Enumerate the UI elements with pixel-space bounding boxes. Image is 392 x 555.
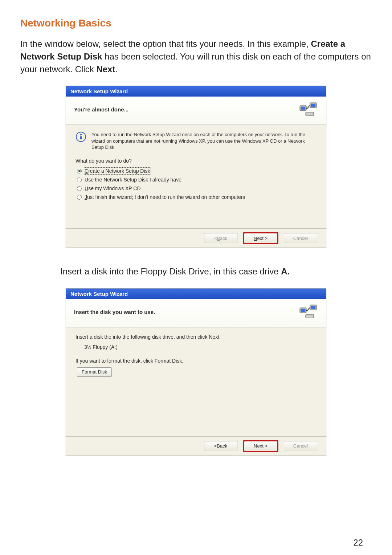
titlebar: Network Setup Wizard bbox=[66, 86, 326, 97]
radio-use-xp-cd[interactable]: Use my Windows XP CD bbox=[77, 185, 317, 191]
network-icon bbox=[299, 101, 318, 118]
wizard-body: Insert a disk the into the following dis… bbox=[66, 327, 326, 436]
wizard-heading: Insert the disk you want to use. bbox=[74, 309, 155, 315]
radio-just-finish[interactable]: Just finish the wizard; I don't need to … bbox=[77, 194, 317, 200]
wizard-almost-done: Network Setup Wizard You're almost done.… bbox=[66, 86, 326, 248]
info-icon bbox=[75, 131, 86, 142]
mid-instruction: Insert a disk into the Floppy Disk Drive… bbox=[60, 265, 372, 278]
svg-rect-9 bbox=[301, 309, 305, 312]
cancel-button[interactable]: Cancel bbox=[284, 233, 317, 243]
wizard-heading: You're almost done... bbox=[74, 106, 128, 113]
intro-paragraph: In the window below, select the option t… bbox=[20, 38, 372, 76]
intro-bold-2: Next bbox=[96, 64, 115, 74]
svg-rect-4 bbox=[306, 112, 314, 116]
radio-label-use-existing: Use the Network Setup Disk I already hav… bbox=[85, 177, 181, 183]
section-title: Networking Basics bbox=[20, 17, 372, 29]
svg-rect-3 bbox=[311, 104, 315, 107]
back-button[interactable]: < Back bbox=[204, 233, 237, 243]
svg-rect-1 bbox=[301, 107, 305, 110]
radio-icon bbox=[77, 186, 82, 191]
drive-name: 3½ Floppy (A:) bbox=[84, 344, 317, 350]
wizard-header: You're almost done... bbox=[66, 97, 326, 125]
insert-instruction: Insert a disk the into the following dis… bbox=[75, 334, 317, 340]
intro-after: . bbox=[115, 64, 118, 74]
format-instruction: If you want to format the disk, click Fo… bbox=[75, 358, 317, 364]
radio-label-just-finish: Just finish the wizard; I don't need to … bbox=[85, 194, 245, 200]
page-number: 22 bbox=[353, 538, 363, 548]
mid-text-before: Insert a disk into the Floppy Disk Drive… bbox=[60, 266, 281, 276]
radio-label-create: Create a Network Setup Disk bbox=[85, 168, 150, 174]
wizard-question: What do you want to do? bbox=[75, 158, 317, 164]
svg-point-6 bbox=[80, 134, 82, 135]
radio-icon bbox=[77, 177, 82, 182]
wizard-footer: < Back Next > Cancel bbox=[66, 228, 326, 248]
next-button[interactable]: Next > bbox=[244, 441, 277, 451]
wizard-insert-disk: Network Setup Wizard Insert the disk you… bbox=[66, 288, 326, 456]
wizard-body: You need to run the Network Setup Wizard… bbox=[66, 125, 326, 228]
svg-rect-11 bbox=[311, 306, 315, 309]
radio-use-existing-disk[interactable]: Use the Network Setup Disk I already hav… bbox=[77, 177, 317, 183]
radio-icon bbox=[77, 169, 82, 174]
network-icon bbox=[299, 303, 318, 320]
back-button[interactable]: < Back bbox=[204, 441, 237, 451]
radio-label-use-cd: Use my Windows XP CD bbox=[85, 185, 141, 191]
intro-text: In the window below, select the option t… bbox=[20, 39, 311, 49]
radio-create-disk[interactable]: Create a Network Setup Disk bbox=[77, 168, 317, 174]
cancel-button[interactable]: Cancel bbox=[284, 441, 317, 451]
wizard-footer: < Back Next > Cancel bbox=[66, 436, 326, 456]
titlebar: Network Setup Wizard bbox=[66, 289, 326, 299]
radio-icon bbox=[77, 195, 82, 200]
svg-rect-7 bbox=[80, 136, 82, 139]
mid-text-bold: A. bbox=[281, 266, 290, 276]
wizard-header: Insert the disk you want to use. bbox=[66, 299, 326, 327]
format-disk-button[interactable]: Format Disk bbox=[77, 367, 112, 377]
info-text: You need to run the Network Setup Wizard… bbox=[91, 131, 317, 151]
svg-rect-12 bbox=[306, 314, 314, 318]
next-button[interactable]: Next > bbox=[244, 233, 277, 243]
info-row: You need to run the Network Setup Wizard… bbox=[75, 131, 317, 151]
